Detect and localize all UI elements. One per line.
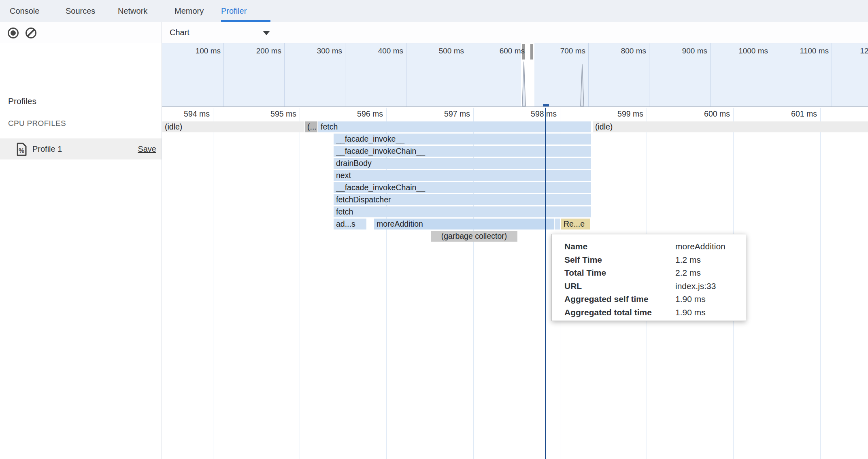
flame-bar-fetch[interactable]: fetch — [334, 206, 591, 217]
tooltip-value: 1.2 ms — [675, 255, 746, 265]
sidebar-title: Profiles — [8, 96, 36, 106]
flame-bar-drainbody[interactable]: drainBody — [334, 158, 591, 169]
frame-tooltip: NamemoreAdditionSelf Time1.2 msTotal Tim… — [551, 234, 746, 321]
tooltip-label: Total Time — [564, 268, 675, 278]
overview-tick-label: 500 ms — [411, 47, 467, 55]
tooltip-value: 1.90 ms — [675, 294, 746, 304]
tooltip-value: index.js:33 — [675, 281, 746, 291]
ruler-tick-label: 599 ms — [591, 109, 647, 119]
flame-bar--garbage-collector-[interactable]: (garbage collector) — [431, 231, 517, 242]
ruler-tick-label: 597 ms — [417, 109, 473, 119]
profiler-toolbar: Chart — [0, 22, 868, 43]
flame-bar-ad-s[interactable]: ad...s — [334, 219, 366, 230]
svg-text:%: % — [19, 147, 24, 154]
ruler-tick-label: 600 ms — [677, 109, 733, 119]
overview-tick-label: 300 ms — [289, 47, 345, 55]
active-tab-underline — [221, 20, 270, 22]
tooltip-row: Aggregated self time1.90 ms — [564, 293, 746, 306]
tab-memory[interactable]: Memory — [174, 0, 204, 22]
record-icon — [8, 28, 19, 38]
ruler-tick-label: 594 ms — [162, 109, 213, 119]
overview-tick-label: 1200 ms — [837, 47, 868, 55]
profile-document-icon: % — [15, 142, 28, 158]
flame-bar--facade-invoke-[interactable]: __facade_invoke__ — [334, 134, 591, 144]
chevron-down-icon — [263, 31, 270, 35]
tooltip-value: 1.90 ms — [675, 308, 746, 317]
overview-tick-label: 900 ms — [655, 47, 710, 55]
chart-gridline — [820, 108, 821, 459]
overview-tick-label: 200 ms — [229, 47, 284, 55]
flame-bar--facade-invokechain-[interactable]: __facade_invokeChain__ — [334, 146, 591, 157]
flame-bar-fetchdispatcher[interactable]: fetchDispatcher — [334, 194, 591, 205]
flame-bar-fetch[interactable]: fetch — [318, 121, 591, 132]
tooltip-row: Total Time2.2 ms — [564, 266, 746, 280]
tooltip-label: URL — [564, 281, 675, 291]
tab-console[interactable]: Console — [10, 0, 39, 22]
tooltip-label: Aggregated total time — [564, 308, 675, 317]
flame-bar--idle-[interactable]: (idle) — [593, 121, 868, 132]
tab-profiler[interactable]: Profiler — [221, 0, 247, 22]
tooltip-label: Name — [564, 242, 675, 251]
tooltip-row: NamemoreAddition — [564, 240, 746, 253]
profile-name: Profile 1 — [32, 138, 62, 159]
overview-tick-label: 600 ms — [472, 47, 528, 55]
tooltip-row: Aggregated total time1.90 ms — [564, 306, 746, 319]
overview-tick-label: 700 ms — [533, 47, 588, 55]
playhead-notch — [543, 104, 549, 107]
flame-bar-moreaddition[interactable]: moreAddition — [374, 219, 554, 230]
view-select-value: Chart — [170, 28, 189, 37]
chart-gridline — [213, 108, 213, 459]
tooltip-value: moreAddition — [675, 242, 746, 251]
ruler-tick-label: 595 ms — [244, 109, 300, 119]
tab-sources[interactable]: Sources — [66, 0, 95, 22]
flame-bar--idle-[interactable]: (idle) — [162, 121, 304, 132]
view-select[interactable]: Chart — [170, 22, 270, 43]
tooltip-label: Aggregated self time — [564, 294, 675, 304]
profiles-sidebar: Profiles CPU PROFILES % Profile 1 Save — [0, 43, 162, 459]
chart-gridline — [300, 108, 300, 459]
timeline-overview[interactable]: 100 ms200 ms300 ms400 ms500 ms600 ms700 … — [162, 43, 868, 107]
flame-bar[interactable] — [555, 219, 560, 230]
overview-tick-label: 100 ms — [168, 47, 223, 55]
record-button[interactable] — [6, 26, 20, 40]
clear-icon — [26, 28, 36, 38]
tab-network[interactable]: Network — [118, 0, 147, 22]
flame-bar--[interactable]: (... — [305, 121, 317, 132]
flame-bar-re-e[interactable]: Re...e — [561, 219, 590, 230]
devtools-profiler-panel: ConsoleSourcesNetworkMemoryProfiler Char… — [0, 0, 868, 459]
clear-button[interactable] — [23, 26, 38, 40]
flame-bar-next[interactable]: next — [334, 170, 591, 181]
overview-tick-label: 400 ms — [351, 47, 406, 55]
overview-tick-label: 800 ms — [594, 47, 649, 55]
ruler-tick-label: 596 ms — [330, 109, 386, 119]
flame-bar--facade-invokechain-[interactable]: __facade_invokeChain__ — [334, 182, 591, 193]
tooltip-value: 2.2 ms — [675, 268, 746, 278]
cpu-profiles-section-label: CPU PROFILES — [8, 119, 66, 128]
ruler-tick-label: 598 ms — [504, 109, 560, 119]
ruler-tick-label: 601 ms — [764, 109, 820, 119]
overview-tick-label: 1000 ms — [715, 47, 771, 55]
overview-tick-label: 1100 ms — [776, 47, 832, 55]
tooltip-row: Self Time1.2 ms — [564, 253, 746, 267]
tooltip-label: Self Time — [564, 255, 675, 265]
flame-chart[interactable]: 594 ms595 ms596 ms597 ms598 ms599 ms600 … — [162, 108, 868, 459]
playhead-line[interactable] — [545, 108, 546, 459]
tooltip-row: URLindex.js:33 — [564, 280, 746, 293]
profile-list-item[interactable]: % Profile 1 Save — [0, 138, 162, 159]
devtools-tabbar: ConsoleSourcesNetworkMemoryProfiler — [0, 0, 868, 22]
save-link[interactable]: Save — [138, 138, 156, 159]
